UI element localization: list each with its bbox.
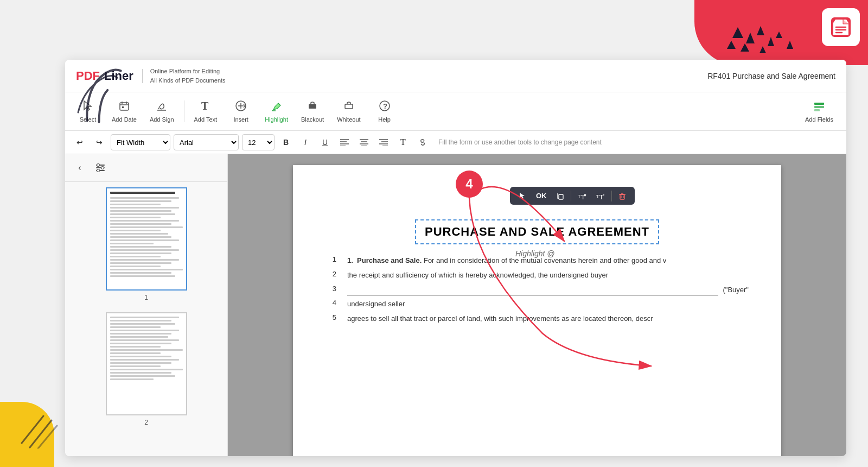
svg-rect-33	[814, 106, 824, 108]
text-edit-copy-button[interactable]	[553, 191, 567, 201]
line-text-4: undersigned seller	[347, 299, 405, 310]
calendar-icon	[118, 100, 130, 115]
subtitle-line2: All Kinds of PDF Documents	[150, 76, 226, 85]
page-2-number: 2	[144, 419, 148, 426]
add-fields-button[interactable]: Add Fields	[799, 97, 840, 126]
add-sign-button[interactable]: Add Sign	[144, 97, 180, 126]
svg-marker-6	[776, 31, 782, 38]
line-num-5: 5	[326, 313, 336, 325]
text-edit-select-button[interactable]	[515, 191, 529, 201]
app-header: PDFLiner Online Platform for Editing All…	[65, 60, 846, 92]
undo-button[interactable]: ↩	[72, 134, 88, 150]
font-family-select[interactable]: Arial	[174, 134, 239, 150]
svg-text:?: ?	[383, 102, 387, 110]
svg-rect-64	[620, 194, 624, 199]
text-edit-increase-size-button[interactable]: TT	[575, 191, 590, 201]
help-icon: ?	[379, 100, 391, 115]
svg-point-51	[97, 164, 100, 167]
app-logo-icon	[822, 8, 860, 46]
add-fields-label: Add Fields	[805, 116, 833, 123]
text-edit-delete-button[interactable]	[615, 191, 629, 201]
page-1-thumbnail[interactable]: 1	[71, 187, 222, 301]
page-2-thumbnail[interactable]: 2	[71, 312, 222, 426]
doc-line-5: 5 agrees to sell all that tract or parce…	[326, 313, 749, 325]
svg-marker-3	[757, 26, 764, 35]
insert-icon	[235, 100, 247, 115]
italic-button[interactable]: I	[297, 134, 314, 150]
svg-rect-28	[309, 104, 316, 109]
blackout-button[interactable]: Blackout	[296, 97, 329, 126]
text-style-button[interactable]: T	[395, 134, 411, 150]
help-button[interactable]: ? Help	[368, 97, 401, 126]
pdf-content-area[interactable]: 4 Highlight @	[228, 154, 846, 456]
whiteout-label: Whiteout	[337, 116, 360, 123]
svg-rect-32	[814, 103, 824, 105]
svg-rect-34	[814, 109, 820, 111]
header-logo: PDFLiner	[76, 69, 143, 83]
add-text-button[interactable]: T Add Text	[189, 97, 223, 126]
blackout-label: Blackout	[301, 116, 324, 123]
title-text: PURCHASE AND SALE AGREEMENT	[425, 225, 649, 238]
document-title: RF401 Purchase and Sale Agreement	[707, 72, 835, 80]
selected-title-box[interactable]: PURCHASE AND SALE AGREEMENT	[415, 219, 659, 244]
subtitle-line1: Online Platform for Editing	[150, 67, 226, 76]
redo-button[interactable]: ↪	[91, 134, 107, 150]
svg-rect-29	[345, 104, 353, 109]
highlight-annotation-text: Highlight @	[515, 249, 555, 258]
toolbar-divider-1	[184, 100, 184, 122]
text-edit-toolbar: OK TT TT	[510, 187, 635, 205]
document-content: 1 1. Purchase and Sale. For and in consi…	[326, 255, 749, 325]
logo-pdf-text: PDF	[76, 69, 100, 83]
svg-text:T: T	[599, 193, 604, 200]
text-edit-ok-button[interactable]: OK	[533, 190, 550, 201]
blackout-icon	[307, 100, 318, 115]
svg-line-14	[30, 420, 52, 447]
page-thumbnails: 1	[65, 182, 227, 456]
line-3-suffix: ("Buyer"	[723, 285, 749, 296]
select-tool-button[interactable]: Select	[72, 97, 104, 126]
align-right-button[interactable]	[375, 134, 392, 150]
font-size-select[interactable]: 12	[242, 134, 275, 150]
section-label: 1.	[347, 256, 353, 264]
sidebar-settings-button[interactable]	[92, 160, 108, 176]
toolbar-divider-2	[611, 191, 612, 201]
line-text-5: agrees to sell all that tract or parcel …	[347, 313, 653, 325]
svg-marker-7	[787, 41, 793, 49]
logo-liner-text: Liner	[104, 69, 133, 83]
diagonal-lines-decoration	[16, 405, 60, 451]
select-label: Select	[80, 116, 97, 123]
line-text-2: the receipt and sufficiency of which is …	[347, 270, 608, 281]
sign-icon	[156, 100, 168, 115]
align-left-button[interactable]	[336, 134, 353, 150]
bold-button[interactable]: B	[278, 134, 294, 150]
svg-line-47	[422, 142, 424, 143]
help-label: Help	[378, 116, 391, 123]
format-hint: Fill the form or use another tools to ch…	[438, 138, 602, 146]
highlight-annotation-label: Highlight @	[515, 249, 555, 258]
highlight-button[interactable]: Highlight	[259, 97, 293, 126]
pdf-page: OK TT TT	[293, 165, 781, 456]
add-date-button[interactable]: Add Date	[106, 97, 142, 126]
underline-button[interactable]: U	[317, 134, 333, 150]
link-button[interactable]	[414, 134, 431, 150]
line-num-3: 3	[326, 285, 336, 296]
sidebar-collapse-button[interactable]: ‹	[72, 160, 88, 176]
align-center-button[interactable]	[356, 134, 372, 150]
add-date-label: Add Date	[112, 116, 137, 123]
insert-button[interactable]: Insert	[225, 97, 257, 126]
svg-line-15	[38, 426, 57, 449]
zoom-select[interactable]: Fit Width	[111, 134, 170, 150]
line-num-2: 2	[326, 270, 336, 281]
svg-marker-4	[768, 37, 774, 46]
add-fields-icon	[813, 100, 825, 115]
line-text-3: ("Buyer"	[347, 285, 749, 296]
whiteout-button[interactable]: Whiteout	[331, 97, 366, 126]
svg-marker-5	[741, 43, 749, 52]
line-text-1: 1. Purchase and Sale. For and in conside…	[347, 255, 666, 267]
sidebar-nav: ‹	[65, 154, 227, 182]
text-edit-decrease-size-button[interactable]: TT	[593, 191, 608, 201]
whiteout-icon	[343, 100, 355, 115]
page-1-image	[106, 187, 187, 291]
text-icon: T	[200, 100, 212, 115]
step-4-badge: 4	[456, 171, 483, 198]
